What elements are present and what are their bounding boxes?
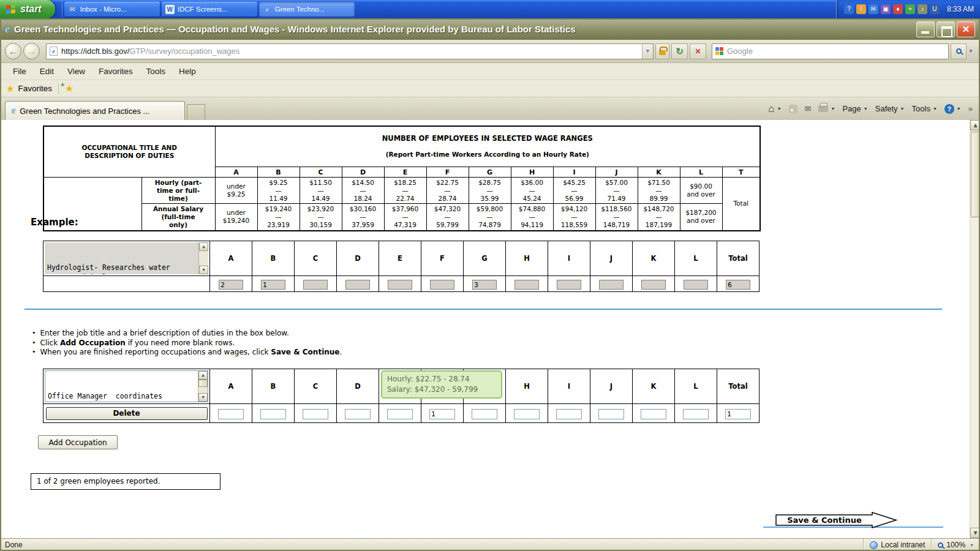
- menu-tools[interactable]: Tools: [140, 64, 173, 78]
- menu-help[interactable]: Help: [172, 64, 203, 78]
- security-zone: Local intranet: [863, 539, 931, 551]
- hourly-range-B: $9.25 — 11.49: [257, 178, 300, 204]
- zone-label: Local intranet: [881, 541, 925, 549]
- example-col-B: B: [252, 241, 295, 276]
- tray-help-icon[interactable]: ?: [844, 4, 854, 14]
- menu-favorites[interactable]: Favorites: [92, 64, 140, 78]
- example-empty-cell: [43, 276, 210, 292]
- salary-range-H: $74,880 — 94,119: [511, 204, 553, 231]
- col-letter-A: A: [215, 167, 257, 178]
- search-options-icon[interactable]: ▼: [967, 43, 975, 59]
- hourly-range-H: $36.00 — 45.24: [511, 178, 553, 204]
- entry-input-K[interactable]: [641, 409, 666, 419]
- tray-mail-icon[interactable]: ✉: [869, 4, 878, 14]
- start-label: start: [20, 4, 42, 15]
- example-heading: Example:: [31, 217, 78, 228]
- address-input[interactable]: e https://idcft.bls.gov/ GTP/survey/occu…: [46, 43, 654, 59]
- save-continue-button[interactable]: Save & Continue: [775, 512, 898, 528]
- entry-input-H[interactable]: [514, 409, 540, 419]
- close-button[interactable]: ✕: [957, 21, 975, 37]
- scroll-up-icon[interactable]: ▲: [970, 120, 980, 130]
- document-icon: W: [165, 5, 175, 14]
- entry-col-B: B: [252, 369, 295, 404]
- taskbar-item-idcf[interactable]: W IDCF Screens...: [162, 2, 257, 17]
- window-titlebar: e Green Technologies and Practices — Occ…: [0, 18, 980, 40]
- entry-input-L[interactable]: [683, 409, 709, 419]
- tray-network-icon[interactable]: ▣: [881, 4, 891, 14]
- example-description-text: Hydrologist- Researches water usage and …: [47, 263, 197, 274]
- menu-view[interactable]: View: [61, 64, 92, 78]
- maximize-button[interactable]: [937, 21, 955, 37]
- google-icon: [715, 47, 723, 55]
- ie-window-icon: e: [5, 23, 10, 36]
- read-mail-button[interactable]: ✉: [805, 104, 812, 113]
- zoom-dropdown-icon[interactable]: ▼: [970, 543, 974, 547]
- tray-update-icon[interactable]: +: [905, 4, 915, 14]
- taskbar-item-inbox[interactable]: ✉ Inbox - Micro...: [64, 2, 160, 17]
- stop-button[interactable]: ✕: [690, 43, 706, 59]
- col-letter-I: I: [553, 167, 595, 178]
- scroll-down-icon[interactable]: ▼: [198, 393, 208, 402]
- refresh-button[interactable]: ↻: [671, 43, 688, 59]
- entry-input-B[interactable]: [260, 409, 286, 419]
- home-button[interactable]: ⌂▼: [768, 103, 781, 115]
- entry-input-F[interactable]: [429, 409, 455, 419]
- menu-edit[interactable]: Edit: [33, 64, 61, 78]
- minimize-button[interactable]: [916, 21, 935, 37]
- entry-input-I[interactable]: [556, 409, 582, 419]
- menu-file[interactable]: File: [6, 64, 33, 78]
- entry-input-G[interactable]: [472, 409, 497, 419]
- entry-input-D[interactable]: [345, 409, 371, 419]
- entry-textarea-scrollbar[interactable]: ▲ ▼: [198, 371, 208, 402]
- scroll-up-icon: ▲: [199, 242, 208, 251]
- scrollbar-thumb[interactable]: [198, 380, 208, 387]
- vertical-scrollbar[interactable]: ▲ ▼: [970, 120, 980, 538]
- tray-antivirus-icon[interactable]: ♦: [893, 4, 903, 14]
- start-button[interactable]: start: [0, 0, 55, 18]
- menu-bar: File Edit View Favorites Tools Help: [0, 63, 980, 80]
- wage-ranges-subtitle: (Report Part-time Workers According to a…: [216, 151, 760, 159]
- forward-button[interactable]: →: [23, 43, 40, 59]
- example-input-E: [388, 280, 412, 290]
- taskbar-item-green-tech[interactable]: e Green Techno...: [259, 2, 355, 17]
- example-col-C: C: [295, 241, 337, 276]
- help-button[interactable]: ?▼: [944, 104, 961, 114]
- entry-input-C[interactable]: [303, 409, 328, 419]
- favorites-label: Favorites: [18, 84, 52, 93]
- overflow-chevron-icon[interactable]: »: [968, 104, 973, 113]
- scroll-down-icon[interactable]: ▼: [970, 528, 980, 538]
- scroll-up-icon[interactable]: ▲: [198, 371, 208, 380]
- add-occupation-button[interactable]: Add Occupation: [38, 435, 118, 449]
- tray-volume-icon[interactable]: ♪: [918, 4, 927, 14]
- occupation-description-textarea[interactable]: Office Manager coordinates the recycling…: [45, 370, 208, 402]
- entry-input-E[interactable]: [387, 409, 413, 419]
- search-box[interactable]: Google: [712, 43, 949, 59]
- zoom-icon: [938, 542, 943, 548]
- feeds-button[interactable]: [789, 105, 797, 113]
- entry-input-A[interactable]: [218, 409, 244, 419]
- hourly-range-C: $11.50 — 14.49: [300, 178, 342, 204]
- safety-menu[interactable]: Safety▼: [875, 104, 905, 113]
- new-tab-button[interactable]: [187, 104, 205, 120]
- security-lock-button[interactable]: [655, 43, 669, 59]
- address-dropdown-icon[interactable]: ▼: [642, 44, 653, 59]
- favorites-button[interactable]: ★ Favorites: [6, 83, 52, 94]
- scrollbar-thumb[interactable]: [971, 132, 980, 217]
- favorites-divider: [58, 83, 59, 94]
- zoom-control[interactable]: 100% ▼: [931, 539, 980, 551]
- search-button[interactable]: [951, 43, 967, 59]
- delete-button[interactable]: Delete: [46, 407, 208, 420]
- page-menu[interactable]: Page▼: [842, 104, 867, 113]
- tray-vpn-icon[interactable]: U: [930, 4, 940, 14]
- entry-input-total[interactable]: [725, 409, 751, 419]
- back-button[interactable]: ←: [5, 43, 21, 59]
- tray-alert-icon[interactable]: !: [856, 4, 866, 14]
- section-divider: [24, 309, 942, 310]
- tools-menu[interactable]: Tools▼: [912, 104, 937, 113]
- entry-input-J[interactable]: [598, 409, 624, 419]
- rss-icon: [789, 105, 797, 113]
- print-button[interactable]: ▼: [818, 105, 835, 112]
- hourly-range-A: under $9.25: [215, 178, 257, 204]
- add-favorite-icon[interactable]: ★: [65, 83, 74, 94]
- tab-green-technologies[interactable]: e Green Technologies and Practices ...: [5, 101, 185, 120]
